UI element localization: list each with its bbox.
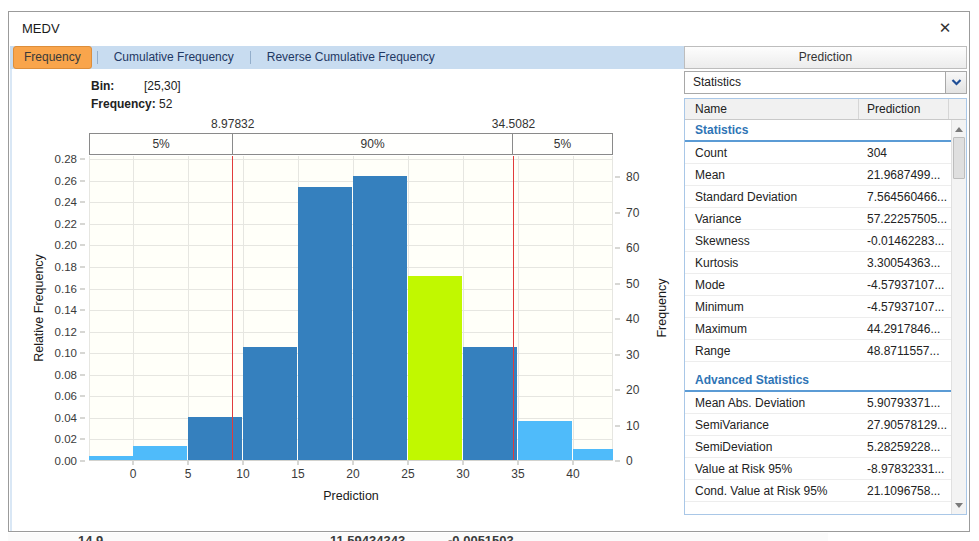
y-tick-mark-left	[80, 180, 85, 181]
y-tick-label-left: 0.00	[55, 455, 77, 467]
table-row[interactable]: Value at Risk 95%-8.97832331...	[685, 458, 951, 480]
bin-label: Bin:	[91, 79, 114, 93]
x-tick-mark	[242, 461, 243, 465]
stat-value-cell: 21.1096758...	[859, 484, 940, 498]
scrollbar-thumb[interactable]	[953, 137, 965, 179]
stat-name-cell: SemiDeviation	[685, 440, 859, 454]
histogram-bar[interactable]	[518, 421, 572, 460]
table-row[interactable]: Count304	[685, 142, 951, 164]
stat-value-cell: -0.01462283...	[859, 234, 944, 248]
tab-separator	[97, 51, 98, 64]
stat-name-cell: SemiVariance	[685, 418, 859, 432]
statistics-panel: Prediction Statistics Name Prediction St…	[684, 46, 967, 515]
table-row[interactable]: SemiDeviation5.28259228...	[685, 436, 951, 458]
background-window-clipped-row: 14.911.59434343-0.0051503	[8, 533, 828, 541]
histogram-bar[interactable]	[573, 449, 613, 460]
y-tick-label-left: 0.14	[55, 304, 77, 316]
stat-value-cell: 57.22257505...	[859, 212, 947, 226]
table-row[interactable]: Maximum44.2917846...	[685, 318, 951, 340]
frequency-value: 52	[159, 97, 172, 111]
y-tick-mark-left	[80, 353, 85, 354]
y-tick-mark-left	[80, 331, 85, 332]
y-tick-label-left: 0.20	[55, 239, 77, 251]
y-tick-mark-left	[80, 159, 85, 160]
y-tick-label-right: 10	[626, 419, 639, 433]
stat-value-cell: 304	[859, 146, 887, 160]
y-tick-mark-right	[615, 354, 620, 355]
y-tick-label-right: 20	[626, 383, 639, 397]
histogram-bar[interactable]	[133, 446, 187, 460]
vertical-scrollbar[interactable]	[951, 120, 966, 514]
statistics-dropdown[interactable]: Statistics	[684, 71, 967, 94]
y-tick-mark-right	[615, 425, 620, 426]
scroll-down-button[interactable]	[952, 498, 966, 512]
y-tick-label-left: 0.06	[55, 390, 77, 402]
chevron-down-icon	[951, 79, 962, 86]
percentile-value-label: 34.5082	[492, 117, 535, 131]
column-header-prediction[interactable]: Prediction	[859, 99, 949, 119]
table-row[interactable]: Mean Abs. Deviation5.90793371...	[685, 392, 951, 414]
percentile-band: 5%90%5%8.9783234.5082	[89, 133, 613, 155]
left-axis-ticks: 0.000.020.040.060.080.100.120.140.160.18…	[9, 156, 87, 461]
stat-name-cell: Standard Deviation	[685, 190, 859, 204]
histogram-bar[interactable]	[463, 347, 517, 460]
y-tick-mark-left	[80, 439, 85, 440]
x-tick-mark	[407, 461, 408, 465]
triangle-down-icon	[955, 503, 963, 508]
right-axis-title: Frequency	[655, 278, 669, 337]
scroll-up-button[interactable]	[952, 122, 966, 136]
table-row[interactable]: Mode-4.57937107...	[685, 274, 951, 296]
tab-separator	[250, 51, 251, 64]
histogram-bar[interactable]	[89, 456, 133, 460]
x-tick-label: 35	[511, 467, 524, 481]
y-tick-mark-right	[615, 177, 620, 178]
tab-cumulative-frequency[interactable]: Cumulative Frequency	[103, 46, 245, 69]
histogram-bar[interactable]	[243, 347, 297, 460]
table-row[interactable]: Mean21.9687499...	[685, 164, 951, 186]
table-row[interactable]: Skewness-0.01462283...	[685, 230, 951, 252]
y-tick-mark-left	[80, 396, 85, 397]
y-tick-mark-left	[80, 223, 85, 224]
table-row[interactable]: Variance57.22257505...	[685, 208, 951, 230]
stat-name-cell: Skewness	[685, 234, 859, 248]
histogram-bar[interactable]	[353, 176, 407, 460]
tab-frequency[interactable]: Frequency	[13, 46, 92, 69]
y-tick-mark-right	[615, 283, 620, 284]
y-tick-label-left: 0.28	[55, 153, 77, 165]
x-tick-mark	[187, 461, 188, 465]
column-header-name[interactable]: Name	[685, 99, 859, 119]
stat-value-cell: -8.97832331...	[859, 462, 944, 476]
x-tick-label: 25	[401, 467, 414, 481]
table-row[interactable]: SemiVariance27.90578129...	[685, 414, 951, 436]
table-row[interactable]: Cond. Value at Risk 95%21.1096758...	[685, 480, 951, 502]
x-axis-title: Prediction	[89, 489, 613, 503]
y-tick-label-left: 0.22	[55, 218, 77, 230]
y-tick-label-right: 0	[626, 454, 633, 468]
table-row[interactable]: Kurtosis3.30054363...	[685, 252, 951, 274]
y-tick-label-left: 0.16	[55, 283, 77, 295]
tab-reverse-cumulative-frequency[interactable]: Reverse Cumulative Frequency	[256, 46, 446, 69]
percentile-line	[232, 156, 233, 460]
table-row[interactable]: Range48.8711557...	[685, 340, 951, 362]
y-tick-mark-right	[615, 212, 620, 213]
table-row[interactable]: Minimum-4.57937107...	[685, 296, 951, 318]
x-tick-label: 10	[236, 467, 249, 481]
y-tick-mark-left	[80, 310, 85, 311]
y-tick-label-left: 0.12	[55, 326, 77, 338]
bin-tooltip-line: Bin: [25,30]	[91, 79, 114, 93]
plot-area	[89, 156, 613, 461]
histogram-bar[interactable]	[408, 276, 462, 460]
frequency-label: Frequency:	[91, 97, 156, 111]
section-header-statistics: Statistics	[685, 120, 951, 142]
histogram-bar[interactable]	[298, 187, 352, 460]
table-row[interactable]: Standard Deviation7.564560466...	[685, 186, 951, 208]
dropdown-button[interactable]	[945, 72, 966, 93]
histogram-bar[interactable]	[188, 417, 242, 460]
dropdown-value: Statistics	[693, 75, 741, 89]
statistics-table: Name Prediction StatisticsCount304Mean21…	[684, 98, 967, 515]
stat-name-cell: Count	[685, 146, 859, 160]
x-tick-mark	[517, 461, 518, 465]
close-icon[interactable]: ✕	[936, 19, 954, 37]
band-segment: 90%	[232, 134, 512, 154]
bin-value: [25,30]	[144, 79, 181, 93]
